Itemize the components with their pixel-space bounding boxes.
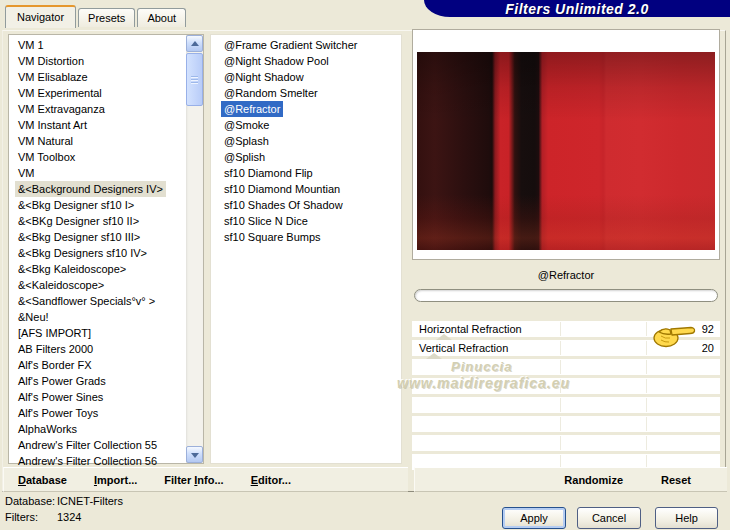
- tab-navigator[interactable]: Navigator: [5, 5, 76, 28]
- filters-unlimited-window: Filters Unlimited 2.0 Navigator Presets …: [0, 0, 730, 530]
- list-item[interactable]: VM 1: [15, 37, 47, 53]
- filters-count-label: Filters:: [5, 511, 57, 523]
- list-item[interactable]: &<Bkg Designer sf10 I>: [15, 197, 137, 213]
- param-value: 92: [702, 321, 714, 337]
- list-item[interactable]: sf10 Diamond Flip: [221, 165, 316, 181]
- tab-strip: Navigator Presets About: [5, 5, 188, 27]
- scroll-down-button[interactable]: [186, 446, 203, 463]
- param-row-empty: [412, 435, 720, 451]
- app-title: Filters Unlimited 2.0: [505, 1, 649, 17]
- database-status-value: ICNET-Filters: [57, 495, 123, 507]
- list-item[interactable]: sf10 Square Bumps: [221, 229, 324, 245]
- selected-filter-name: @Refractor: [412, 269, 720, 281]
- list-item[interactable]: &<Bkg Designer sf10 III>: [15, 229, 143, 245]
- param-row-empty: [412, 378, 720, 394]
- list-item[interactable]: AlphaWorks: [15, 421, 80, 437]
- list-item[interactable]: VM Instant Art: [15, 117, 90, 133]
- list-item[interactable]: @Splish: [221, 149, 268, 165]
- list-item[interactable]: sf10 Slice N Dice: [221, 213, 311, 229]
- editor-button[interactable]: Editor...: [251, 474, 291, 486]
- randomize-button[interactable]: Randomize: [564, 474, 623, 486]
- database-status-label: Database:: [5, 495, 57, 507]
- param-row-empty: [412, 359, 720, 375]
- list-item[interactable]: [AFS IMPORT]: [15, 325, 94, 341]
- list-item[interactable]: &<Bkg Kaleidoscope>: [15, 261, 129, 277]
- preview-panel: [412, 29, 720, 260]
- navigator-page: VM 1VM DistortionVM ElisablazeVM Experim…: [2, 30, 726, 492]
- list-item[interactable]: &<Bkg Designers sf10 IV>: [15, 245, 150, 261]
- list-item[interactable]: VM Extravaganza: [15, 101, 108, 117]
- reset-button[interactable]: Reset: [661, 474, 691, 486]
- toolbar-right: Randomize Reset: [414, 467, 727, 492]
- list-item[interactable]: Alf's Power Toys: [15, 405, 101, 421]
- list-item[interactable]: @Night Shadow: [221, 69, 307, 85]
- list-item[interactable]: Andrew's Filter Collection 55: [15, 437, 160, 453]
- scroll-up-button[interactable]: [186, 35, 203, 52]
- filter-listbox: @Frame Gradient Switcher@Night Shadow Po…: [210, 34, 402, 464]
- list-item[interactable]: VM Distortion: [15, 53, 87, 69]
- list-item[interactable]: &<Kaleidoscope>: [15, 277, 107, 293]
- category-scrollbar[interactable]: [186, 35, 203, 463]
- chevron-up-icon: [191, 41, 199, 46]
- category-listbox: VM 1VM DistortionVM ElisablazeVM Experim…: [8, 34, 204, 464]
- database-status: Database:ICNET-Filters: [5, 495, 123, 507]
- label-part: nfo...: [197, 474, 223, 486]
- list-item[interactable]: @Splash: [221, 133, 272, 149]
- toolbar-left: Database Import... Filter Info... Editor…: [3, 467, 408, 492]
- label-part: Filter: [164, 474, 194, 486]
- param-label: Horizontal Refraction: [419, 321, 522, 337]
- list-item[interactable]: sf10 Shades Of Shadow: [221, 197, 346, 213]
- list-item[interactable]: VM Toolbox: [15, 149, 78, 165]
- import-button[interactable]: Import...: [94, 474, 137, 486]
- list-item[interactable]: Alf's Border FX: [15, 357, 95, 373]
- list-item[interactable]: Alf's Power Sines: [15, 389, 106, 405]
- title-bar: Filters Unlimited 2.0: [424, 0, 730, 17]
- database-button[interactable]: Database: [18, 474, 67, 486]
- scrollbar-thumb[interactable]: [186, 53, 203, 106]
- status-bar: Database:ICNET-Filters Filters:1324 Appl…: [0, 493, 730, 530]
- chevron-down-icon: [191, 453, 199, 458]
- param-row-empty: [412, 416, 720, 432]
- tab-presets[interactable]: Presets: [78, 8, 135, 27]
- list-item[interactable]: @Night Shadow Pool: [221, 53, 332, 69]
- tab-about[interactable]: About: [137, 8, 186, 27]
- access-key: E: [251, 474, 258, 486]
- filter-info-button[interactable]: Filter Info...: [164, 474, 223, 486]
- list-item[interactable]: &<BKg Designer sf10 II>: [15, 213, 142, 229]
- list-item[interactable]: &Neu!: [15, 309, 52, 325]
- list-item[interactable]: VM Elisablaze: [15, 69, 91, 85]
- list-item[interactable]: AB Filters 2000: [15, 341, 96, 357]
- label-part: atabase: [26, 474, 67, 486]
- list-item[interactable]: VM Natural: [15, 133, 76, 149]
- param-row-empty: [412, 397, 720, 413]
- list-item[interactable]: VM: [15, 165, 38, 181]
- preview-image: [417, 52, 715, 250]
- pointing-hand-icon: [651, 322, 697, 348]
- list-item[interactable]: @Smoke: [221, 117, 272, 133]
- help-button[interactable]: Help: [655, 507, 718, 529]
- apply-button[interactable]: Apply: [502, 507, 566, 529]
- list-item[interactable]: sf10 Diamond Mountian: [221, 181, 343, 197]
- list-item[interactable]: Alf's Power Grads: [15, 373, 109, 389]
- cancel-button[interactable]: Cancel: [577, 507, 641, 529]
- list-item[interactable]: @Random Smelter: [221, 85, 321, 101]
- filters-count-value: 1324: [57, 511, 81, 523]
- list-item[interactable]: &<Sandflower Specials°v° >: [15, 293, 158, 309]
- label-part: mport...: [97, 474, 137, 486]
- list-item[interactable]: @Refractor: [221, 101, 283, 117]
- access-key: D: [18, 474, 26, 486]
- label-part: ditor...: [258, 474, 291, 486]
- filters-count-status: Filters:1324: [5, 511, 81, 523]
- list-item[interactable]: VM Experimental: [15, 85, 105, 101]
- preview-progress-bar: [414, 289, 718, 302]
- list-item[interactable]: &<Background Designers IV>: [15, 181, 166, 197]
- param-value: 20: [702, 340, 714, 356]
- list-item[interactable]: @Frame Gradient Switcher: [221, 37, 360, 53]
